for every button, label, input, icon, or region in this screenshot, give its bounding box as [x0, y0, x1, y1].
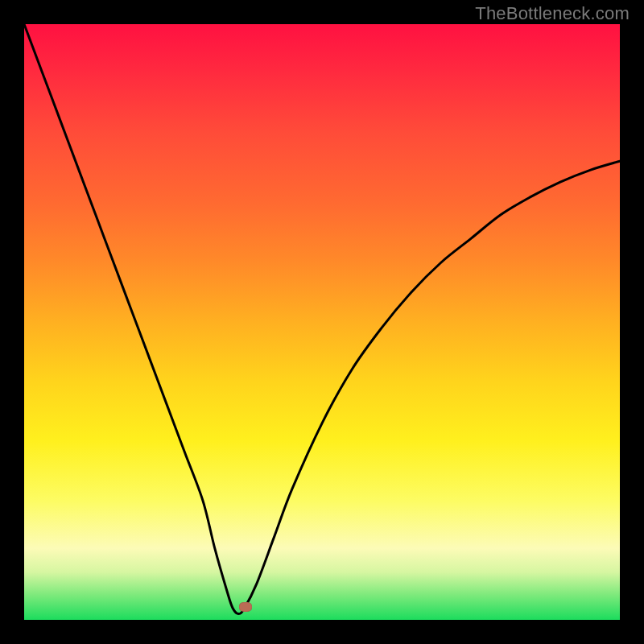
watermark-text: TheBottleneck.com — [475, 3, 630, 24]
optimal-point-marker — [239, 602, 252, 612]
curve-path — [24, 24, 620, 614]
chart-frame: TheBottleneck.com — [0, 0, 644, 644]
bottleneck-curve — [24, 24, 620, 620]
plot-area — [24, 24, 620, 620]
